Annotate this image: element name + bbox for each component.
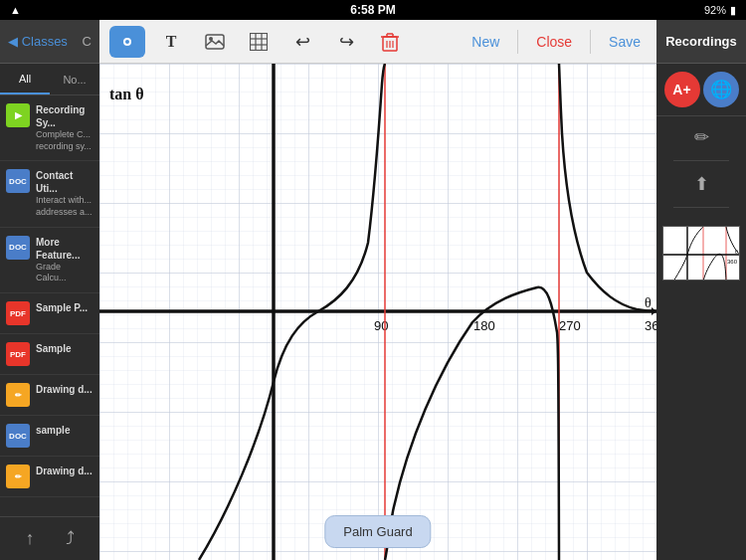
trash-icon [381,32,399,52]
item-icon-pdf: PDF [6,342,30,366]
svg-point-2 [125,40,129,44]
right-tools: ✏ ⬆ 360 θ [656,116,746,296]
pen-icon [117,32,137,52]
item-text: sample [36,424,93,437]
svg-text:180: 180 [473,318,495,333]
image-tool-button[interactable] [197,26,233,58]
sidebar-tabs: All No... [0,64,99,95]
canvas-area[interactable]: tan θ θ 90 180 270 360 Palm Guard [99,64,656,560]
item-icon-doc: DOC [6,424,30,448]
list-item[interactable]: ▶ Recording Sy... Complete C... recordin… [0,95,99,161]
globe-button[interactable]: 🌐 [703,72,739,107]
toolbar-divider [590,30,591,54]
tab-notes[interactable]: No... [50,64,99,94]
grid-tool-button[interactable] [241,26,277,58]
text-tool-button[interactable]: T [153,26,189,58]
tab-all[interactable]: All [0,64,50,94]
image-icon [205,34,225,50]
mini-thumb-svg: 360 θ [663,227,740,280]
grid-icon [250,33,268,51]
list-item[interactable]: PDF Sample [0,334,99,375]
right-panel: Recordings A+ 🌐 ✏ ⬆ [656,20,746,560]
list-item[interactable]: DOC Contact Uti... Interact with... addr… [0,161,99,227]
undo-icon: ↩ [295,31,310,53]
svg-text:270: 270 [559,318,581,333]
svg-text:θ: θ [645,295,652,310]
toolbar-divider [517,30,518,54]
wifi-icon: ▲ [10,4,21,16]
right-divider [673,160,729,161]
list-item[interactable]: DOC More Feature... Grade Calcu... [0,228,99,293]
sidebar: ◀ Classes C All No... ▶ Recording Sy... … [0,20,99,560]
toolbar: T ↩ [99,20,656,64]
footer-share-icon[interactable]: ⤴ [66,528,75,549]
svg-rect-3 [206,35,224,49]
globe-icon: 🌐 [710,79,732,100]
item-text: Drawing d... [36,465,93,477]
redo-button[interactable]: ↪ [328,26,364,58]
right-divider-2 [673,207,729,208]
upload-tool-icon[interactable]: ⬆ [694,173,709,195]
drawing-canvas[interactable]: tan θ θ 90 180 270 360 [99,64,656,560]
palm-guard-button[interactable]: Palm Guard [324,515,431,548]
item-icon-doc: DOC [6,236,30,260]
item-text: Drawing d... [36,383,93,396]
back-button[interactable]: ◀ Classes [8,34,68,49]
recordings-header: Recordings [656,20,746,64]
new-button[interactable]: New [466,30,505,54]
item-icon-record: ▶ [6,103,30,127]
undo-button[interactable]: ↩ [284,26,320,58]
svg-text:360: 360 [645,318,656,333]
status-left: ▲ [10,4,21,16]
item-icon-pdf: PDF [6,301,30,325]
grade-button[interactable]: A+ [664,72,700,107]
svg-text:90: 90 [374,318,388,333]
sidebar-footer: ↑ ⤴ [0,516,99,560]
battery-label: 92% [704,4,726,16]
save-button[interactable]: Save [603,30,647,54]
main-area: T ↩ [99,20,656,560]
item-icon-doc: DOC [6,169,30,193]
item-text: Recording Sy... Complete C... recording … [36,103,93,152]
text-icon: T [166,33,177,51]
battery-icon: ▮ [730,4,736,17]
status-time: 6:58 PM [350,3,395,17]
app-container: ◀ Classes C All No... ▶ Recording Sy... … [0,20,746,560]
item-text: Contact Uti... Interact with... addresse… [36,169,93,218]
list-item[interactable]: DOC sample [0,416,99,457]
svg-text:tan θ: tan θ [109,86,144,102]
list-item[interactable]: ✏ Drawing d... [0,375,99,416]
item-icon-draw: ✏ [6,383,30,407]
pen-tool-button[interactable] [109,26,145,58]
delete-button[interactable] [372,26,408,58]
footer-upload-icon[interactable]: ↑ [26,528,35,549]
item-icon-draw: ✏ [6,465,30,488]
pencil-tool-icon[interactable]: ✏ [694,126,709,148]
sidebar-items: ▶ Recording Sy... Complete C... recordin… [0,95,99,516]
item-text: Sample P... [36,301,93,314]
svg-rect-9 [251,33,268,50]
list-item[interactable]: ✏ Drawing d... [0,457,99,497]
mini-thumbnail: 360 θ [662,226,740,280]
toolbar-actions: New Close Save [466,30,647,54]
status-bar: ▲ 6:58 PM 92% ▮ [0,0,746,20]
redo-icon: ↪ [339,31,354,53]
right-icon-row: A+ 🌐 [656,64,746,116]
item-text: More Feature... Grade Calcu... [36,236,93,284]
sidebar-title-icon: C [83,34,92,49]
close-button[interactable]: Close [530,30,578,54]
sidebar-header: ◀ Classes C [0,20,99,64]
grade-icon: A+ [672,82,690,97]
list-item[interactable]: PDF Sample P... [0,293,99,334]
item-text: Sample [36,342,93,355]
status-right: 92% ▮ [704,4,736,17]
svg-text:360: 360 [727,259,738,265]
